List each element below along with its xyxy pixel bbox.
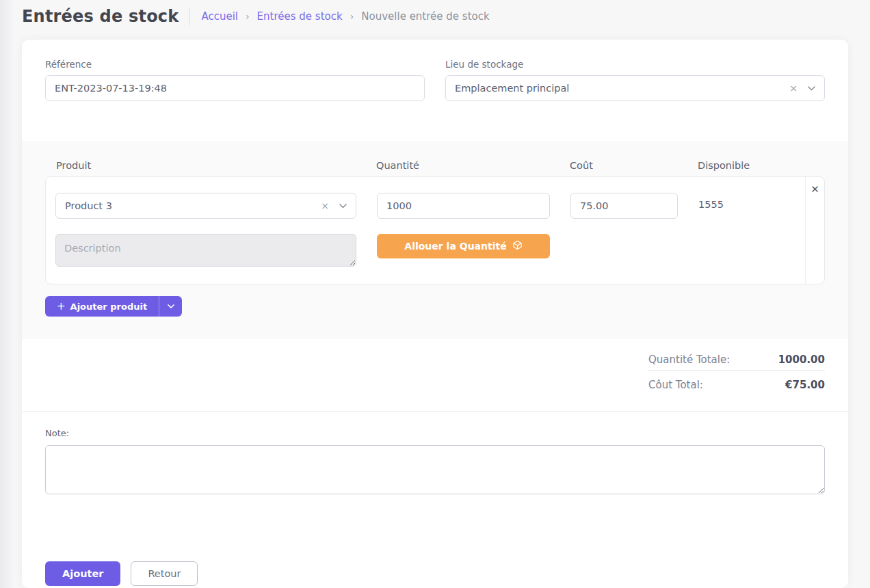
column-header-cost: Coût (570, 160, 677, 171)
package-cube-icon (512, 240, 523, 252)
quantity-cell (377, 193, 550, 219)
reference-input[interactable] (45, 75, 425, 101)
product-row: Product 3 × 1555 A (45, 176, 825, 284)
description-cell (55, 234, 356, 269)
total-quantity-row: Quantité Totale: 1000.00 (648, 351, 825, 371)
available-quantity: 1555 (698, 193, 796, 219)
location-label: Lieu de stockage (445, 59, 825, 70)
row-close-column: ✕ (805, 177, 824, 284)
breadcrumb-section-link[interactable]: Entrées de stock (257, 10, 343, 23)
location-select-value: Emplacement principal (455, 83, 789, 94)
column-header-available: Disponible (698, 160, 797, 171)
note-section: Note: (22, 412, 848, 497)
breadcrumb-current: Nouvelle entrée de stock (361, 10, 489, 23)
totals-section: Quantité Totale: 1000.00 Côut Total: €75… (22, 339, 848, 412)
allocate-cell: Allouer la Quantité (377, 234, 550, 269)
add-product-dropdown-toggle[interactable] (159, 296, 182, 317)
column-header-product: Produit (55, 160, 356, 171)
chevron-down-icon[interactable] (808, 86, 815, 91)
add-product-label: Ajouter produit (70, 302, 148, 312)
sidebar-edge-shadow (0, 0, 15, 588)
page-title: Entrées de stock (22, 7, 179, 26)
reference-label: Référence (45, 59, 425, 70)
total-cost-value: €75.00 (785, 379, 825, 391)
submit-button[interactable]: Ajouter (45, 561, 120, 586)
cost-input[interactable] (570, 193, 678, 219)
remove-row-button[interactable]: ✕ (810, 185, 819, 195)
note-textarea[interactable] (45, 445, 825, 494)
location-field-group: Lieu de stockage Emplacement principal × (445, 59, 825, 101)
breadcrumb-home-link[interactable]: Accueil (201, 10, 238, 23)
location-select[interactable]: Emplacement principal × (445, 75, 825, 101)
product-column-headers: Produit Quantité Coût Disponible (45, 160, 825, 176)
product-select[interactable]: Product 3 × (55, 193, 356, 219)
title-divider (189, 8, 190, 25)
chevron-down-icon (168, 304, 174, 308)
total-cost-label: Côut Total: (648, 379, 703, 391)
total-quantity-label: Quantité Totale: (648, 353, 730, 366)
products-section: Produit Quantité Coût Disponible Product… (22, 141, 848, 339)
chevron-down-icon[interactable] (339, 204, 347, 209)
product-select-value: Product 3 (65, 200, 321, 211)
clear-x-icon[interactable]: × (789, 83, 798, 93)
note-label: Note: (45, 428, 825, 439)
allocate-quantity-button[interactable]: Allouer la Quantité (377, 234, 550, 258)
total-cost-row: Côut Total: €75.00 (648, 371, 825, 399)
breadcrumb: Accueil › Entrées de stock › Nouvelle en… (201, 10, 489, 23)
breadcrumb-separator-icon: › (350, 11, 354, 22)
add-product-split-button: + Ajouter produit (45, 296, 182, 317)
reference-section: Référence Lieu de stockage Emplacement p… (22, 40, 848, 141)
add-product-button[interactable]: + Ajouter produit (45, 296, 159, 317)
cost-cell (570, 193, 678, 219)
plus-icon: + (57, 302, 66, 312)
breadcrumb-separator-icon: › (246, 11, 250, 22)
description-textarea[interactable] (55, 234, 356, 267)
back-button[interactable]: Retour (131, 561, 198, 586)
reference-field-group: Référence (45, 59, 425, 101)
product-row-grid: Product 3 × 1555 A (55, 193, 796, 269)
quantity-input[interactable] (377, 193, 550, 219)
total-quantity-value: 1000.00 (778, 353, 825, 366)
totals-table: Quantité Totale: 1000.00 Côut Total: €75… (648, 351, 825, 399)
page-header: Entrées de stock Accueil › Entrées de st… (0, 0, 870, 33)
stock-entry-card: Référence Lieu de stockage Emplacement p… (22, 40, 848, 588)
allocate-quantity-label: Allouer la Quantité (404, 241, 506, 252)
clear-x-icon[interactable]: × (321, 201, 329, 211)
column-header-quantity: Quantité (376, 160, 549, 171)
form-actions: Ajouter Retour (22, 497, 848, 586)
